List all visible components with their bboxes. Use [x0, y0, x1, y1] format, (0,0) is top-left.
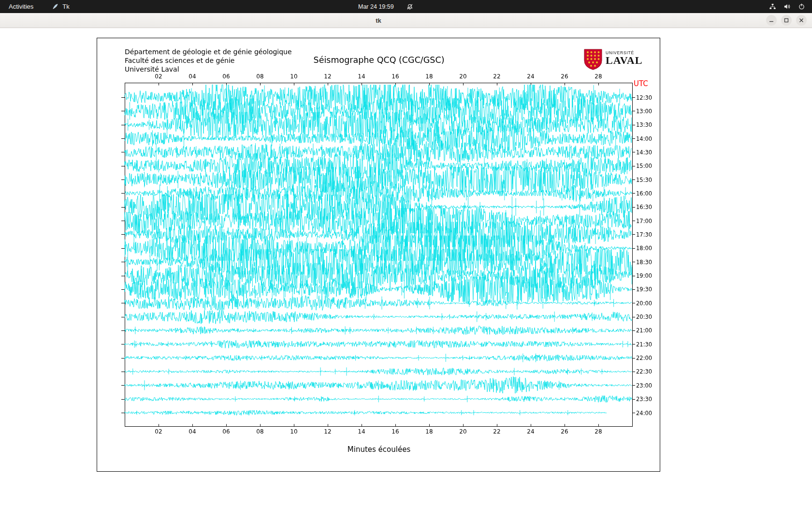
x-tick-label: 26 [561, 428, 568, 435]
time-label: 13:00 [636, 108, 652, 115]
volume-icon [783, 3, 791, 10]
time-label: 14:30 [636, 149, 652, 156]
x-tick-label: 04 [188, 428, 196, 435]
top-bar: Activities Tk Mar 24 19:59 [0, 0, 812, 13]
time-label: 21:00 [636, 327, 652, 334]
time-label: 14:00 [636, 135, 652, 142]
utc-label: UTC [634, 79, 648, 88]
activities-button[interactable]: Activities [7, 3, 35, 10]
x-tick-label: 24 [527, 73, 534, 80]
time-label: 15:00 [636, 163, 652, 169]
maximize-button[interactable] [781, 15, 792, 26]
x-tick-label: 12 [324, 428, 331, 435]
time-label: 17:30 [636, 231, 652, 238]
time-label: 17:00 [636, 218, 652, 224]
time-label: 15:30 [636, 177, 652, 183]
window-titlebar: tk [0, 13, 812, 28]
x-tick-label: 28 [594, 73, 602, 80]
minimize-button[interactable] [766, 15, 777, 26]
x-tick-label: 16 [392, 73, 399, 80]
x-tick-label: 16 [392, 428, 399, 435]
clock-menu[interactable]: Mar 24 19:59 [358, 0, 413, 13]
seismograph-window: Département de géologie et de génie géol… [97, 38, 660, 472]
time-label: 19:30 [636, 286, 652, 293]
time-label: 13:30 [636, 121, 652, 128]
x-tick-label: 10 [290, 73, 297, 80]
institution-line: Université Laval [125, 65, 292, 74]
time-label: 22:00 [636, 355, 652, 361]
x-tick-label: 20 [459, 73, 466, 80]
time-label: 18:00 [636, 245, 652, 252]
network-icon [769, 3, 776, 10]
time-label: 16:00 [636, 190, 652, 197]
institution-line: Faculté des sciences et de génie [125, 56, 292, 65]
time-label: 23:00 [636, 382, 652, 389]
time-label: 24:00 [636, 410, 652, 417]
x-tick-label: 06 [222, 73, 230, 80]
app-background: Département de géologie et de génie géol… [0, 28, 812, 508]
x-tick-label: 02 [155, 73, 162, 80]
laval-logo: UNIVERSITÉ LAVAL [584, 49, 642, 72]
time-label: 23:30 [636, 396, 652, 403]
x-tick-label: 28 [594, 428, 602, 435]
system-status-area[interactable] [769, 0, 805, 13]
x-tick-label: 02 [155, 428, 162, 435]
logo-wordmark-bottom: LAVAL [606, 55, 642, 66]
app-indicator[interactable]: Tk [52, 3, 69, 10]
x-tick-label: 06 [222, 428, 230, 435]
seismogram-canvas [97, 38, 660, 471]
figure-title: Séismographe QCQ (CGC/GSC) [314, 55, 445, 65]
time-label: 16:30 [636, 204, 652, 210]
time-label: 12:30 [636, 94, 652, 101]
time-label: 22:30 [636, 368, 652, 375]
x-tick-label: 10 [290, 428, 297, 435]
x-tick-label: 08 [256, 73, 263, 80]
institution-block: Département de géologie et de génie géol… [125, 47, 292, 74]
x-tick-label: 12 [324, 73, 331, 80]
time-label: 19:00 [636, 272, 652, 279]
x-tick-label: 22 [493, 428, 500, 435]
laval-shield-icon [584, 49, 602, 72]
x-tick-label: 14 [358, 428, 365, 435]
time-label: 18:30 [636, 259, 652, 266]
tk-app-icon [52, 3, 59, 10]
clock-label: Mar 24 19:59 [358, 3, 394, 10]
x-tick-label: 22 [493, 73, 500, 80]
x-tick-label: 14 [358, 73, 365, 80]
time-label: 21:30 [636, 341, 652, 348]
notifications-muted-icon [406, 3, 413, 10]
time-label: 20:30 [636, 314, 652, 320]
x-tick-label: 18 [425, 428, 433, 435]
x-tick-label: 18 [425, 73, 433, 80]
power-icon [798, 3, 805, 10]
close-button[interactable] [796, 15, 807, 26]
x-tick-label: 24 [527, 428, 534, 435]
window-title: tk [376, 17, 381, 24]
x-tick-label: 20 [459, 428, 466, 435]
x-tick-label: 08 [256, 428, 263, 435]
time-label: 20:00 [636, 300, 652, 307]
x-axis-title: Minutes écoulées [348, 445, 410, 454]
app-indicator-label: Tk [62, 3, 69, 10]
institution-line: Département de géologie et de génie géol… [125, 47, 292, 56]
x-tick-label: 26 [561, 73, 568, 80]
x-tick-label: 04 [188, 73, 196, 80]
